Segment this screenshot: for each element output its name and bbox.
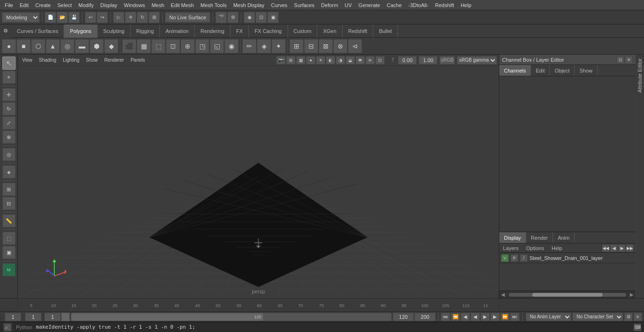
layer-scroll-left[interactable]: ◀ [499,291,507,299]
menu-help[interactable]: Help [458,1,474,9]
anim-extra-btn[interactable]: ≡ [634,313,642,321]
shelf-separate[interactable]: ⊟ [304,39,318,53]
rotate-tool-btn[interactable]: ↻ [137,12,148,23]
menu-file[interactable]: File [2,1,16,9]
anim-settings-btn[interactable]: ⚙ [624,313,633,321]
undo-btn[interactable]: ↩ [85,12,96,23]
shelf-bevel[interactable]: ◳ [195,39,209,53]
goto-start-btn[interactable]: ⏮ [441,313,450,321]
shelf-smooth[interactable]: ◉ [224,39,239,53]
layer-tab-anim[interactable]: Anim [553,232,575,243]
select-tool[interactable]: ↖ [2,57,16,70]
anim-layer-dropdown[interactable]: No Anim Layer [526,313,571,321]
shelf-platonic[interactable]: ◆ [104,39,118,53]
vp-shadow-icon[interactable]: ◐ [326,56,335,65]
rotate-tool[interactable]: ↻ [2,102,16,115]
render-settings-btn[interactable]: ⚙ [227,12,239,23]
menu-modify[interactable]: Modify [75,1,96,9]
vp-hud-icon[interactable]: ⊡ [375,56,385,65]
menu-display[interactable]: Display [98,1,120,9]
layer-type-btn[interactable]: / [520,254,528,262]
layer-scrollbar[interactable]: ◀ ▶ [499,291,636,298]
vp-light-icon[interactable]: ☀ [316,56,325,65]
channel-box-close-btn[interactable]: ✕ [625,56,633,64]
shelf-cube[interactable]: ■ [17,39,31,53]
menu-edit[interactable]: Edit [17,1,32,9]
tool3-btn[interactable]: ▣ [267,12,279,23]
layer-visibility-btn[interactable]: V [501,254,509,262]
show-manip-tool[interactable]: ◈ [2,165,16,178]
tab-custom[interactable]: Custom [288,24,318,38]
layers-menu[interactable]: Layers [499,245,522,251]
menu-curves[interactable]: Curves [268,1,290,9]
prev-key-btn[interactable]: ⏪ [451,313,460,321]
attribute-editor-tab[interactable]: Attribute Editor [636,55,644,97]
menu-redshift[interactable]: Redshift [432,1,457,9]
next-key-btn[interactable]: ⏩ [500,313,510,321]
shelf-sphere[interactable]: ● [2,39,16,53]
menu-mesh[interactable]: Mesh [149,1,167,9]
vp-motion-blur-icon[interactable]: ≋ [365,56,375,65]
redo-btn[interactable]: ↪ [97,12,108,23]
menu-cache[interactable]: Cache [384,1,405,9]
shelf-combine[interactable]: ⊞ [289,39,304,53]
script-editor-btn[interactable]: ⌨ [634,324,641,331]
viewport-lighting-menu[interactable]: Lighting [60,57,82,63]
shelf-extract[interactable]: ⊠ [319,39,333,53]
max-frame-input[interactable] [414,313,436,321]
shelf-append[interactable]: ⬚ [151,39,165,53]
menu-deform[interactable]: Deform [318,1,341,9]
universal-manip-tool[interactable]: ⊕ [2,130,16,144]
translate-y-input[interactable] [419,56,438,65]
tab-rendering[interactable]: Rendering [195,24,231,38]
shelf-torus[interactable]: ◎ [60,39,74,53]
tool1-btn[interactable]: ◉ [244,12,255,23]
new-file-btn[interactable]: 📄 [45,12,56,23]
shelf-cylinder[interactable]: ⬡ [31,39,45,53]
layer-arrow-2[interactable]: ◀ [610,244,618,252]
menu-mesh-tools[interactable]: Mesh Tools [198,1,229,9]
vp-camera-icon[interactable]: 📷 [276,56,286,65]
ch-tab-edit[interactable]: Edit [531,65,550,76]
layer-scroll-track[interactable] [509,293,626,297]
layer-arrow-1[interactable]: ◀◀ [602,244,610,252]
render-tool[interactable]: ▣ [2,246,16,259]
shelf-bridge[interactable]: ▦ [137,39,151,53]
layer-scroll-right[interactable]: ▶ [628,291,636,299]
menu-mesh-display[interactable]: Mesh Display [231,1,267,9]
select-tool-btn[interactable]: ▷ [113,12,124,23]
tab-sculpting[interactable]: Sculpting [98,24,131,38]
shelf-fill[interactable]: ⊡ [166,39,180,53]
animation-range-bar[interactable]: 120 [71,313,392,321]
vp-grid-icon[interactable]: ⊞ [286,56,296,65]
command-bar-icon[interactable]: >_ [3,323,12,332]
render-region-tool[interactable]: ⬚ [2,232,16,245]
move-tool-btn[interactable]: ✛ [125,12,136,23]
layer-arrow-3[interactable]: ▶ [618,244,626,252]
vp-shaded-icon[interactable]: ● [306,56,315,65]
shelf-merge[interactable]: ⊕ [181,39,195,53]
tab-animation[interactable]: Animation [160,24,195,38]
shelf-mirror[interactable]: ⊲ [348,39,362,53]
shelf-ep[interactable]: ◈ [257,39,271,53]
scale-tool-btn[interactable]: ⊞ [149,12,160,23]
vp-aa-icon[interactable]: ◒ [346,56,355,65]
move-tool[interactable]: ✛ [2,88,16,101]
tool2-btn[interactable]: ⊡ [256,12,267,23]
layer-tab-display[interactable]: Display [499,232,526,243]
layer-help-menu[interactable]: Help [548,245,566,251]
vp-wireframe-icon[interactable]: ▦ [296,56,305,65]
render-btn[interactable]: 🎬 [215,12,227,23]
paint-select-tool[interactable]: ⌖ [2,71,16,84]
play-fwd-btn[interactable]: ▶ [480,313,490,321]
tab-curves-surfaces[interactable]: Curves / Surfaces [11,24,64,38]
range-end-input[interactable] [393,313,414,321]
layer-playback-btn[interactable]: P [511,254,518,262]
range-start-input[interactable] [44,313,61,321]
viewport-shading-menu[interactable]: Shading [37,57,59,63]
shelf-poke[interactable]: ✦ [272,39,286,53]
soft-mod-tool[interactable]: ◎ [2,148,16,161]
tab-fx-caching[interactable]: FX Caching [249,24,288,38]
options-menu[interactable]: Options [522,245,548,251]
shelf-boolean[interactable]: ⊗ [333,39,347,53]
